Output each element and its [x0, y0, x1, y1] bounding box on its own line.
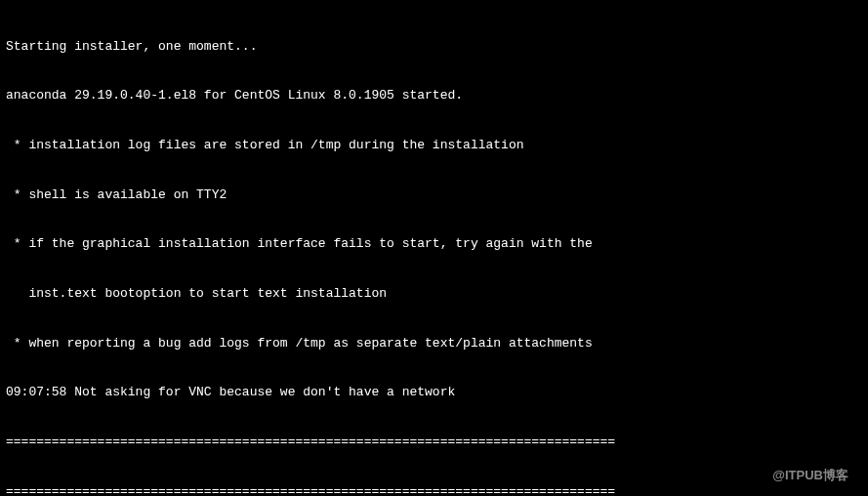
- vnc-message: 09:07:58 Not asking for VNC because we d…: [6, 385, 862, 401]
- terminal-screen[interactable]: Starting installer, one moment... anacon…: [6, 6, 862, 496]
- boot-bullet: * if the graphical installation interfac…: [6, 236, 862, 253]
- separator: ========================================…: [6, 434, 862, 451]
- boot-bullet-cont: inst.text bootoption to start text insta…: [6, 286, 862, 303]
- boot-line: Starting installer, one moment...: [6, 39, 862, 56]
- boot-line: anaconda 29.19.0.40-1.el8 for CentOS Lin…: [6, 88, 862, 104]
- watermark: @ITPUB博客: [772, 468, 848, 484]
- boot-bullet: * when reporting a bug add logs from /tm…: [6, 336, 862, 352]
- boot-bullet: * shell is available on TTY2: [6, 187, 862, 204]
- boot-bullet: * installation log files are stored in /…: [6, 138, 862, 154]
- separator: ========================================…: [6, 484, 862, 496]
